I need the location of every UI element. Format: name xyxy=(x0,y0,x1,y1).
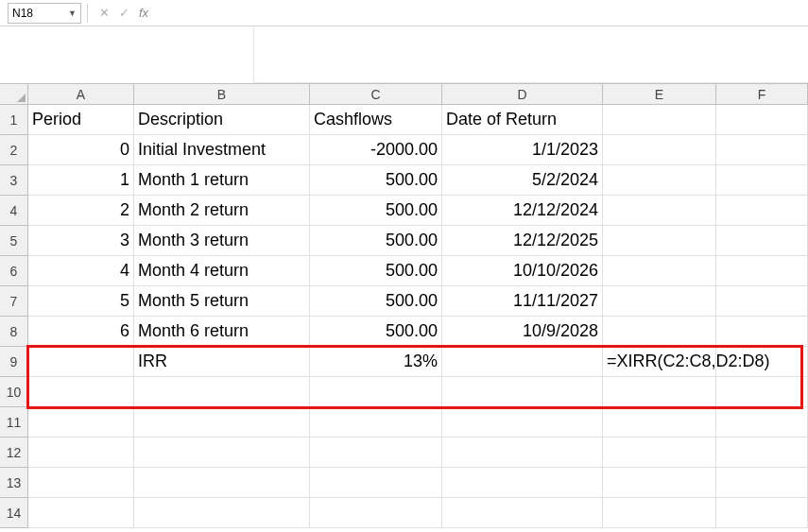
row-header[interactable]: 14 xyxy=(0,498,28,528)
cell[interactable] xyxy=(603,468,716,498)
row-header[interactable]: 1 xyxy=(0,105,28,135)
cell[interactable] xyxy=(134,407,310,438)
cell-F4[interactable] xyxy=(716,196,808,226)
cell-D9[interactable] xyxy=(442,347,603,377)
cell[interactable] xyxy=(603,498,716,528)
cell[interactable] xyxy=(716,498,808,528)
cell-B6[interactable]: Month 4 return xyxy=(134,256,310,286)
cell-A9[interactable] xyxy=(28,347,134,377)
row-header[interactable]: 12 xyxy=(0,438,28,468)
row-header[interactable]: 10 xyxy=(0,377,28,407)
row-header[interactable]: 6 xyxy=(0,256,28,286)
cell-D4[interactable]: 12/12/2024 xyxy=(442,196,603,226)
cell-F8[interactable] xyxy=(716,317,808,347)
cell-A3[interactable]: 1 xyxy=(28,165,134,196)
cell-A4[interactable]: 2 xyxy=(28,196,134,226)
cell[interactable] xyxy=(28,377,134,407)
fx-icon[interactable]: fx xyxy=(139,6,148,20)
row-header[interactable]: 3 xyxy=(0,165,28,196)
cell-E2[interactable] xyxy=(603,135,716,165)
cell-B9[interactable]: IRR xyxy=(134,347,310,377)
cell-A6[interactable]: 4 xyxy=(28,256,134,286)
cell-B8[interactable]: Month 6 return xyxy=(134,317,310,347)
col-header-C[interactable]: C xyxy=(310,84,442,104)
cell[interactable] xyxy=(134,377,310,407)
cell-B5[interactable]: Month 3 return xyxy=(134,226,310,256)
cell-C4[interactable]: 500.00 xyxy=(310,196,442,226)
cell-B3[interactable]: Month 1 return xyxy=(134,165,310,196)
cell-C8[interactable]: 500.00 xyxy=(310,317,442,347)
cell-E5[interactable] xyxy=(603,226,716,256)
cell-D5[interactable]: 12/12/2025 xyxy=(442,226,603,256)
cell-E8[interactable] xyxy=(603,317,716,347)
cell-E6[interactable] xyxy=(603,256,716,286)
cell[interactable] xyxy=(310,377,442,407)
cell[interactable] xyxy=(134,498,310,528)
cell-E7[interactable] xyxy=(603,286,716,317)
cell[interactable] xyxy=(28,498,134,528)
cell-C5[interactable]: 500.00 xyxy=(310,226,442,256)
select-all-button[interactable] xyxy=(0,84,28,104)
cell[interactable] xyxy=(716,377,808,407)
cell[interactable] xyxy=(603,438,716,468)
name-box[interactable]: N18 ▼ xyxy=(8,3,81,24)
row-header[interactable]: 2 xyxy=(0,135,28,165)
cell-D8[interactable]: 10/9/2028 xyxy=(442,317,603,347)
cell[interactable] xyxy=(442,438,603,468)
row-header[interactable]: 9 xyxy=(0,347,28,377)
cell-B4[interactable]: Month 2 return xyxy=(134,196,310,226)
cell[interactable] xyxy=(442,407,603,438)
cell-D3[interactable]: 5/2/2024 xyxy=(442,165,603,196)
cell[interactable] xyxy=(442,498,603,528)
col-header-B[interactable]: B xyxy=(134,84,310,104)
cell[interactable] xyxy=(442,468,603,498)
cell-B1[interactable]: Description xyxy=(134,105,310,135)
cell-C1[interactable]: Cashflows xyxy=(310,105,442,135)
cell-F3[interactable] xyxy=(716,165,808,196)
cell[interactable] xyxy=(28,468,134,498)
cell-E1[interactable] xyxy=(603,105,716,135)
row-header[interactable]: 11 xyxy=(0,407,28,438)
chevron-down-icon[interactable]: ▼ xyxy=(68,9,77,18)
cell-E3[interactable] xyxy=(603,165,716,196)
cell-F5[interactable] xyxy=(716,226,808,256)
cell[interactable] xyxy=(716,407,808,438)
cell-B2[interactable]: Initial Investment xyxy=(134,135,310,165)
cell-C2[interactable]: -2000.00 xyxy=(310,135,442,165)
cell[interactable] xyxy=(310,438,442,468)
cell[interactable] xyxy=(310,468,442,498)
cell-E9[interactable]: =XIRR(C2:C8,D2:D8) xyxy=(603,347,716,377)
cell[interactable] xyxy=(716,438,808,468)
cell[interactable] xyxy=(603,377,716,407)
col-header-D[interactable]: D xyxy=(442,84,603,104)
col-header-F[interactable]: F xyxy=(716,84,808,104)
spreadsheet-grid[interactable]: A B C D E F 1 Period Description Cashflo… xyxy=(0,83,808,528)
cell-E4[interactable] xyxy=(603,196,716,226)
col-header-E[interactable]: E xyxy=(603,84,716,104)
cell-A7[interactable]: 5 xyxy=(28,286,134,317)
cell-C7[interactable]: 500.00 xyxy=(310,286,442,317)
cell-F7[interactable] xyxy=(716,286,808,317)
cell-B7[interactable]: Month 5 return xyxy=(134,286,310,317)
cell-C9[interactable]: 13% xyxy=(310,347,442,377)
cell[interactable] xyxy=(310,498,442,528)
cell[interactable] xyxy=(134,468,310,498)
cell[interactable] xyxy=(28,407,134,438)
cell[interactable] xyxy=(716,468,808,498)
cell-A2[interactable]: 0 xyxy=(28,135,134,165)
cell-A8[interactable]: 6 xyxy=(28,317,134,347)
col-header-A[interactable]: A xyxy=(28,84,134,104)
formula-input[interactable] xyxy=(160,3,800,24)
cell-F6[interactable] xyxy=(716,256,808,286)
row-header[interactable]: 13 xyxy=(0,468,28,498)
row-header[interactable]: 4 xyxy=(0,196,28,226)
cell-D2[interactable]: 1/1/2023 xyxy=(442,135,603,165)
cell[interactable] xyxy=(603,407,716,438)
cell-C6[interactable]: 500.00 xyxy=(310,256,442,286)
cell-D7[interactable]: 11/11/2027 xyxy=(442,286,603,317)
cell[interactable] xyxy=(310,407,442,438)
cell-F9[interactable] xyxy=(716,347,808,377)
row-header[interactable]: 7 xyxy=(0,286,28,317)
cell[interactable] xyxy=(134,438,310,468)
cell-F2[interactable] xyxy=(716,135,808,165)
